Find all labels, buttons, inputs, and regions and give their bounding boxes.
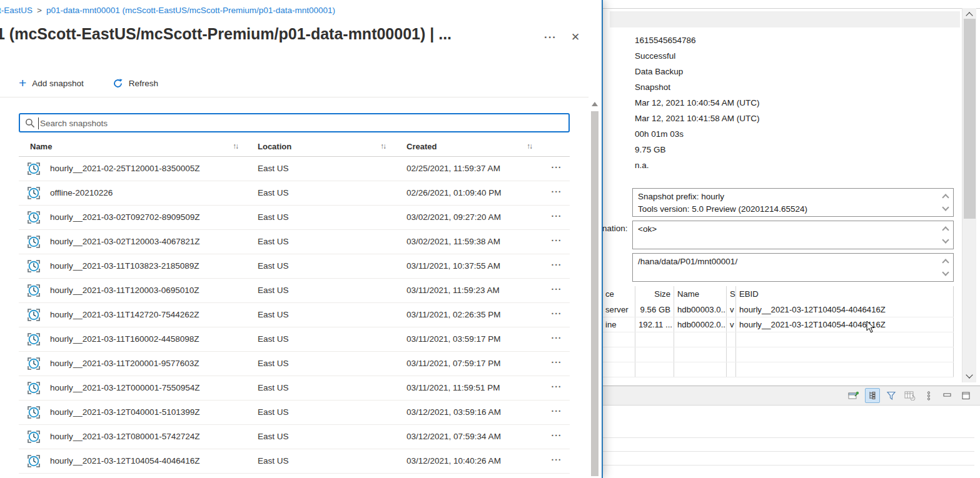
snapshot-name: hourly__2021-03-12T040001-5101399Z bbox=[50, 407, 200, 417]
table-row[interactable]: hourly__2021-02-25T120001-8350005Z East … bbox=[19, 157, 570, 181]
sort-icon[interactable]: ↑↓ bbox=[380, 142, 385, 151]
maximize-button[interactable] bbox=[959, 388, 974, 403]
refresh-icon bbox=[113, 78, 123, 89]
table-row[interactable]: hourly__2021-03-11T103823-2185089Z East … bbox=[19, 254, 570, 279]
page-title: 1 (mcScott-EastUS/mcScott-Premium/p01-da… bbox=[0, 25, 534, 43]
snapshot-clock-icon bbox=[26, 161, 41, 178]
add-snapshot-button[interactable]: + Add snapshot bbox=[19, 77, 84, 89]
close-icon[interactable]: ✕ bbox=[567, 29, 584, 46]
row-context-menu-button[interactable]: ··· bbox=[547, 357, 567, 367]
column-header-name[interactable]: Name bbox=[30, 142, 52, 151]
app-vertical-scrollbar[interactable] bbox=[962, 8, 976, 382]
scroll-spinner[interactable] bbox=[941, 255, 952, 280]
search-box[interactable] bbox=[19, 113, 570, 132]
table-row[interactable]: hourly__2021-03-12T000001-7550954Z East … bbox=[19, 376, 570, 401]
filter-button[interactable] bbox=[884, 388, 899, 403]
files-table-row[interactable]: ine 192.11 ... hdb00002.0... v hourly__2… bbox=[602, 317, 954, 332]
column-header-created[interactable]: Created bbox=[407, 142, 437, 151]
additional-information-textbox[interactable]: <ok> bbox=[632, 221, 954, 249]
refresh-button[interactable]: Refresh bbox=[113, 78, 158, 89]
table-row[interactable]: hourly__2021-03-11T142720-7544262Z East … bbox=[19, 303, 570, 327]
row-context-menu-button[interactable]: ··· bbox=[547, 455, 567, 465]
chevron-up-icon[interactable] bbox=[942, 226, 949, 233]
pin-view-button[interactable] bbox=[846, 388, 861, 403]
sort-icon[interactable]: ↑↓ bbox=[233, 142, 238, 151]
snapshot-location: East US bbox=[258, 188, 289, 197]
scroll-up-icon[interactable] bbox=[592, 102, 598, 106]
search-input[interactable] bbox=[40, 116, 540, 131]
chevron-down-icon[interactable] bbox=[942, 236, 949, 243]
breadcrumb-link-volume[interactable]: p01-data-mnt00001 (mcScott-EastUS/mcScot… bbox=[46, 6, 335, 15]
snapshot-name: hourly__2021-03-11T103823-2185089Z bbox=[50, 261, 199, 271]
row-line bbox=[602, 465, 974, 466]
view-menu-button[interactable] bbox=[921, 388, 936, 403]
table-row[interactable]: hourly__2021-03-11T120003-0695010Z East … bbox=[19, 279, 570, 303]
row-context-menu-button[interactable]: ··· bbox=[547, 284, 567, 294]
size-cell: 9.56 GB bbox=[635, 302, 674, 317]
col-service-fragment[interactable]: ce bbox=[602, 286, 635, 302]
divider bbox=[0, 97, 589, 97]
empty-row bbox=[602, 362, 954, 377]
table-row[interactable]: hourly__2021-03-11T160002-4458098Z East … bbox=[19, 327, 570, 352]
export-table-button[interactable] bbox=[902, 388, 917, 403]
list-scrollbar[interactable] bbox=[590, 99, 599, 478]
scrollbar-thumb[interactable] bbox=[964, 19, 976, 219]
row-context-menu-button[interactable]: ··· bbox=[547, 309, 567, 319]
snapshot-created: 03/11/2021, 03:59:17 PM bbox=[407, 334, 501, 344]
row-context-menu-button[interactable]: ··· bbox=[547, 211, 567, 221]
table-row[interactable]: hourly__2021-03-12T040001-5101399Z East … bbox=[19, 401, 570, 425]
detail-value: Data Backup bbox=[635, 64, 760, 79]
table-row[interactable]: hourly__2021-03-11T200001-9577603Z East … bbox=[19, 352, 570, 376]
detail-value: Successful bbox=[635, 48, 760, 64]
table-row[interactable]: hourly__2021-03-02T120003-4067821Z East … bbox=[19, 230, 570, 254]
hana-data-path: /hana/data/P01/mnt00001/ bbox=[638, 257, 737, 266]
minimize-button[interactable] bbox=[940, 388, 955, 403]
row-context-menu-button[interactable]: ··· bbox=[547, 236, 567, 246]
row-context-menu-button[interactable]: ··· bbox=[547, 382, 567, 392]
backup-info-textbox[interactable]: Snapshot prefix: hourly Tools version: 5… bbox=[632, 188, 954, 217]
col-name[interactable]: Name bbox=[674, 286, 727, 302]
scroll-spinner[interactable] bbox=[941, 222, 952, 247]
row-context-menu-button[interactable]: ··· bbox=[547, 260, 567, 270]
scroll-spinner[interactable] bbox=[941, 190, 952, 215]
more-options-button[interactable]: ··· bbox=[542, 29, 559, 46]
col-s[interactable]: S bbox=[727, 286, 736, 302]
table-row[interactable]: offline-20210226 East US 02/26/2021, 01:… bbox=[19, 181, 570, 206]
snapshot-clock-icon bbox=[26, 429, 41, 446]
snapshot-name: hourly__2021-03-11T142720-7544262Z bbox=[50, 310, 199, 319]
row-context-menu-button[interactable]: ··· bbox=[547, 406, 567, 416]
row-context-menu-button[interactable]: ··· bbox=[547, 162, 567, 172]
tree-view-button[interactable] bbox=[865, 388, 880, 403]
detail-value: n.a. bbox=[635, 157, 760, 173]
row-context-menu-button[interactable]: ··· bbox=[547, 431, 567, 441]
chevron-down-icon[interactable] bbox=[942, 204, 949, 211]
name-cell: hdb00003.0... bbox=[674, 302, 727, 317]
files-table-row[interactable]: server 9.56 GB hdb00003.0... v hourly__2… bbox=[602, 302, 954, 317]
column-header-location[interactable]: Location bbox=[258, 142, 291, 151]
files-table-header[interactable]: ce Size Name S EBID bbox=[602, 286, 954, 302]
row-context-menu-button[interactable]: ··· bbox=[547, 187, 567, 197]
col-size[interactable]: Size bbox=[635, 286, 674, 302]
scroll-down-icon[interactable] bbox=[966, 371, 972, 378]
detail-value: 9.75 GB bbox=[635, 142, 760, 157]
row-context-menu-button[interactable]: ··· bbox=[547, 333, 567, 343]
table-row[interactable]: hourly__2021-03-12T080001-5742724Z East … bbox=[19, 425, 570, 449]
table-row[interactable]: hourly__2021-03-12T104054-4046416Z East … bbox=[19, 449, 570, 474]
location-textbox[interactable]: /hana/data/P01/mnt00001/ bbox=[632, 253, 954, 282]
snapshot-location: East US bbox=[258, 407, 289, 417]
scroll-up-icon[interactable] bbox=[966, 12, 972, 19]
chevron-down-icon[interactable] bbox=[942, 269, 949, 276]
sort-icon[interactable]: ↑↓ bbox=[527, 142, 532, 151]
snapshot-location: East US bbox=[258, 237, 289, 246]
service-cell: ine bbox=[602, 317, 635, 332]
col-ebid[interactable]: EBID bbox=[736, 286, 954, 302]
snapshot-name: hourly__2021-03-11T200001-9577603Z bbox=[50, 359, 199, 368]
chevron-up-icon[interactable] bbox=[942, 194, 949, 201]
snapshot-location: East US bbox=[258, 261, 289, 271]
tree-view-icon bbox=[867, 391, 877, 401]
scrollbar-thumb[interactable] bbox=[591, 111, 599, 476]
breadcrumb: t-EastUS>p01-data-mnt00001 (mcScott-East… bbox=[0, 6, 335, 15]
chevron-up-icon[interactable] bbox=[942, 259, 949, 266]
table-row[interactable]: hourly__2021-03-02T092702-8909509Z East … bbox=[19, 206, 570, 230]
breadcrumb-link-account[interactable]: t-EastUS bbox=[0, 6, 33, 15]
